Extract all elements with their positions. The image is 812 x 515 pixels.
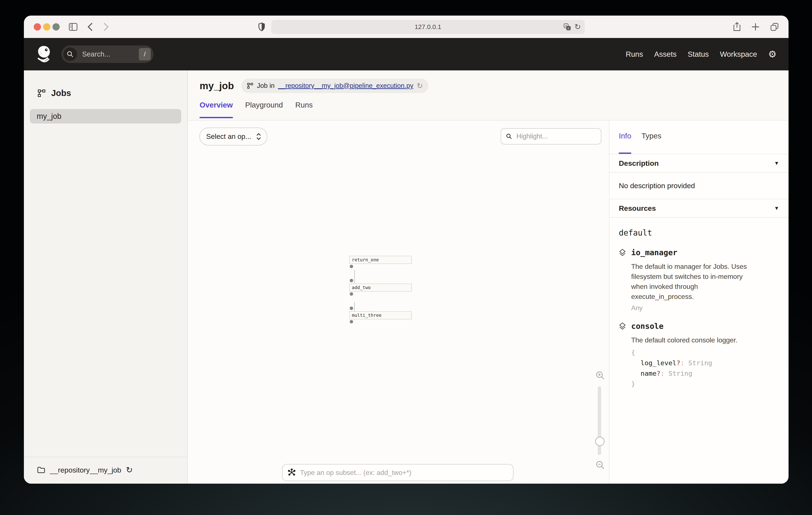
resource-icon: [619, 322, 626, 330]
nav-assets[interactable]: Assets: [654, 50, 676, 58]
tab-playground[interactable]: Playground: [245, 101, 283, 118]
nav-workspace[interactable]: Workspace: [720, 50, 757, 58]
resource-console: console The default colored console logg…: [619, 322, 779, 389]
privacy-shield-icon[interactable]: [258, 22, 266, 32]
resource-description: The default io manager for Jobs. Uses fi…: [631, 262, 759, 302]
select-op-label: Select an op...: [206, 133, 251, 141]
back-button[interactable]: [87, 22, 94, 32]
badge-repo-link[interactable]: __repository__my_job@pipeline_execution.…: [278, 82, 413, 90]
op-subset-filter[interactable]: [282, 464, 514, 481]
collapse-caret-icon[interactable]: ▼: [774, 205, 779, 211]
address-bar[interactable]: 127.0.0.1 A 文 ↻: [271, 20, 585, 34]
tab-runs[interactable]: Runs: [295, 101, 313, 118]
op-selector-icon: [288, 468, 296, 477]
panel-tabs: Info Types: [609, 120, 788, 154]
resource-name: io_manager: [631, 248, 677, 257]
highlight-search[interactable]: [501, 128, 601, 144]
sidebar-item-my-job[interactable]: my_job: [30, 109, 181, 124]
job-graph-icon: [37, 89, 46, 98]
edge-add-two-multi-three: [354, 302, 355, 311]
resources-body: default io_manager The default io manage…: [609, 218, 788, 408]
new-tab-icon[interactable]: [751, 22, 760, 31]
resource-io-manager: io_manager The default io manager for Jo…: [619, 248, 779, 312]
resources-title: Resources: [619, 204, 656, 213]
output-dot[interactable]: [350, 292, 353, 296]
search-input[interactable]: [82, 50, 139, 58]
sidebar-title: Jobs: [51, 88, 71, 98]
tab-overview-icon[interactable]: [770, 22, 779, 32]
repository-name: __repository__my_job: [50, 466, 121, 474]
close-window-button[interactable]: [34, 23, 41, 30]
badge-prefix: Job in: [257, 82, 274, 90]
op-node-multi-three[interactable]: multi_three: [349, 311, 412, 319]
search-icon: [63, 47, 77, 61]
job-origin-badge: Job in __repository__my_job@pipeline_exe…: [241, 79, 428, 93]
page-title: my_job: [200, 80, 234, 91]
resource-description: The default colored console logger.: [631, 335, 759, 345]
minimize-window-button[interactable]: [43, 23, 50, 30]
input-dot[interactable]: [350, 306, 353, 310]
description-section-header[interactable]: Description ▼: [609, 154, 788, 172]
resource-config-type: Any: [631, 304, 779, 312]
browser-chrome: 127.0.0.1 A 文 ↻: [24, 16, 788, 38]
traffic-lights: [34, 23, 60, 30]
app-header: / Runs Assets Status Workspace ⚙: [24, 38, 788, 71]
op-graph-canvas[interactable]: Select an op... return_one add_two: [187, 120, 609, 484]
badge-reload-icon[interactable]: ↻: [417, 81, 423, 90]
tab-overview[interactable]: Overview: [200, 101, 233, 118]
reload-repository-icon[interactable]: ↻: [126, 465, 133, 475]
repository-footer: __repository__my_job ↻: [24, 457, 187, 484]
highlight-input[interactable]: [516, 132, 596, 140]
job-page-header: my_job Job in __repository__my_job@pipel…: [187, 71, 788, 120]
resources-section-header[interactable]: Resources ▼: [609, 199, 788, 218]
job-tabs: Overview Playground Runs: [200, 101, 788, 118]
left-sidebar: Jobs my_job __repository__my_job ↻: [24, 71, 187, 484]
browser-window: 127.0.0.1 A 文 ↻: [24, 16, 788, 484]
info-panel: Info Types Description ▼ No description …: [609, 120, 788, 484]
translate-icon[interactable]: A 文: [563, 23, 571, 31]
search-icon: [506, 133, 512, 139]
collapse-caret-icon[interactable]: ▼: [774, 160, 779, 166]
jobs-header: Jobs: [24, 71, 187, 98]
tab-info[interactable]: Info: [619, 132, 631, 154]
svg-text:文: 文: [567, 27, 570, 30]
op-node-return-one[interactable]: return_one: [349, 256, 412, 264]
edge-return-one-add-two: [354, 270, 355, 283]
description-title: Description: [619, 159, 659, 167]
tab-types[interactable]: Types: [641, 132, 661, 154]
resource-name: console: [631, 322, 664, 330]
top-nav: Runs Assets Status Workspace ⚙: [626, 50, 777, 59]
url-text: 127.0.0.1: [414, 23, 441, 30]
nav-runs[interactable]: Runs: [626, 50, 643, 58]
global-search[interactable]: /: [61, 46, 153, 63]
dagster-logo[interactable]: [34, 44, 54, 64]
op-node-add-two[interactable]: add_two: [349, 283, 412, 292]
resource-icon: [619, 248, 626, 256]
zoom-in-icon[interactable]: [596, 371, 605, 380]
reload-icon[interactable]: ↻: [575, 22, 581, 31]
output-dot[interactable]: [350, 265, 353, 268]
resource-group-name: default: [619, 228, 779, 238]
zoom-window-button[interactable]: [53, 23, 60, 30]
share-icon[interactable]: [733, 22, 741, 32]
select-op-dropdown[interactable]: Select an op...: [199, 128, 267, 145]
sidebar-toggle-icon[interactable]: [68, 23, 78, 31]
resource-config-schema: { log_level?: String name?: String }: [631, 347, 779, 389]
job-icon: [247, 82, 254, 89]
search-shortcut-badge: /: [139, 48, 151, 60]
folder-icon: [37, 466, 45, 473]
unfold-caret-icon: [256, 133, 261, 140]
op-subset-input[interactable]: [299, 468, 508, 477]
zoom-slider-handle[interactable]: [595, 437, 605, 446]
settings-gear-icon[interactable]: ⚙: [768, 50, 777, 59]
input-dot[interactable]: [350, 279, 353, 282]
description-body: No description provided: [609, 172, 788, 199]
forward-button[interactable]: [103, 22, 110, 32]
zoom-out-icon[interactable]: [596, 460, 605, 470]
output-dot[interactable]: [350, 320, 353, 323]
nav-status[interactable]: Status: [688, 50, 709, 58]
